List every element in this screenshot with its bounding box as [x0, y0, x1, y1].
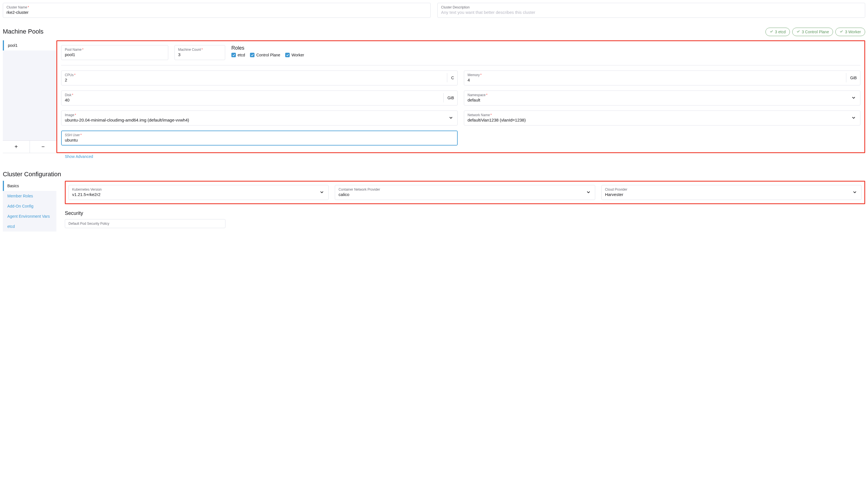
- check-icon: [840, 30, 843, 34]
- add-pool-button[interactable]: +: [3, 141, 30, 153]
- checkbox-checked-icon: [250, 53, 255, 57]
- pool-name-field[interactable]: Pool Name*: [61, 45, 168, 60]
- machine-count-field[interactable]: Machine Count*: [174, 45, 225, 60]
- badge-control-plane: 3 Control Plane: [792, 28, 833, 36]
- roles-group: Roles etcd Control Plane Worker: [231, 45, 860, 60]
- image-field[interactable]: Image* ubuntu-20.04-minimal-cloudimg-amd…: [61, 110, 458, 126]
- checkbox-checked-icon: [231, 53, 236, 57]
- image-value: ubuntu-20.04-minimal-cloudimg-amd64.img …: [65, 118, 454, 122]
- network-name-value: default/vlan1238 (vlanId=1238): [467, 118, 857, 122]
- security-heading: Security: [65, 210, 865, 216]
- disk-unit: GiB: [443, 93, 454, 102]
- cni-value: calico: [338, 192, 591, 197]
- roles-heading: Roles: [231, 45, 860, 51]
- badge-etcd: 3 etcd: [765, 28, 790, 36]
- basics-row-highlight: Kubernetes Version v1.21.5+rke2r2 Contai…: [65, 181, 865, 204]
- cni-field[interactable]: Container Network Provider calico: [335, 185, 595, 200]
- machine-pools-heading: Machine Pools: [3, 28, 43, 35]
- cluster-description-label: Cluster Description: [441, 5, 862, 9]
- tab-member-roles[interactable]: Member Roles: [3, 191, 56, 201]
- pool-tab-pool1[interactable]: pool1: [3, 40, 56, 51]
- cluster-configuration-heading: Cluster Configuration: [3, 171, 865, 178]
- cluster-description-field[interactable]: Cluster Description: [437, 3, 865, 18]
- checkbox-checked-icon: [285, 53, 290, 57]
- cloud-provider-value: Harvester: [605, 192, 858, 197]
- cloud-provider-field[interactable]: Cloud Provider Harvester: [601, 185, 862, 200]
- cluster-name-label: Cluster Name*: [6, 5, 427, 9]
- tab-add-on-config[interactable]: Add-On Config: [3, 201, 56, 211]
- pool-content-highlight: Pool Name* Machine Count* Roles etcd Con…: [56, 40, 865, 153]
- cluster-name-input[interactable]: [6, 10, 427, 15]
- role-worker-checkbox[interactable]: Worker: [285, 53, 304, 57]
- namespace-value: default: [467, 97, 857, 102]
- show-advanced-link[interactable]: Show Advanced: [65, 154, 93, 159]
- pod-security-policy-label: Default Pod Security Policy: [68, 222, 222, 226]
- ssh-user-input[interactable]: [65, 137, 454, 142]
- check-icon: [797, 30, 800, 34]
- machine-count-input[interactable]: [178, 52, 221, 57]
- pool-tabs: pool1 + −: [3, 40, 56, 153]
- ssh-user-field[interactable]: SSH User*: [61, 131, 458, 145]
- namespace-field[interactable]: Namespace* default: [464, 91, 860, 105]
- pool-name-input[interactable]: [65, 52, 165, 57]
- cpus-input[interactable]: [65, 78, 444, 82]
- cluster-description-input[interactable]: [441, 10, 862, 15]
- tab-etcd[interactable]: etcd: [3, 221, 56, 232]
- tab-agent-env-vars[interactable]: Agent Environment Vars: [3, 211, 56, 221]
- role-control-plane-checkbox[interactable]: Control Plane: [250, 53, 280, 57]
- config-tabs: Basics Member Roles Add-On Config Agent …: [3, 181, 56, 232]
- disk-input[interactable]: [65, 97, 440, 102]
- role-etcd-checkbox[interactable]: etcd: [231, 53, 245, 57]
- remove-pool-button[interactable]: −: [30, 141, 57, 153]
- check-icon: [770, 30, 773, 34]
- memory-unit: GiB: [846, 73, 857, 82]
- k8s-version-field[interactable]: Kubernetes Version v1.21.5+rke2r2: [68, 185, 329, 200]
- pod-security-policy-field[interactable]: Default Pod Security Policy: [65, 219, 226, 228]
- k8s-version-value: v1.21.5+rke2r2: [72, 192, 325, 197]
- tab-basics[interactable]: Basics: [3, 181, 56, 191]
- memory-field[interactable]: Memory* GiB: [464, 70, 860, 86]
- badge-worker: 3 Worker: [835, 28, 865, 36]
- network-name-field[interactable]: Network Name* default/vlan1238 (vlanId=1…: [464, 110, 860, 126]
- cluster-name-field[interactable]: Cluster Name*: [3, 3, 431, 18]
- disk-field[interactable]: Disk* GiB: [61, 91, 458, 105]
- cpus-field[interactable]: CPUs* C: [61, 70, 458, 86]
- memory-input[interactable]: [467, 78, 843, 82]
- cpus-unit: C: [447, 73, 454, 82]
